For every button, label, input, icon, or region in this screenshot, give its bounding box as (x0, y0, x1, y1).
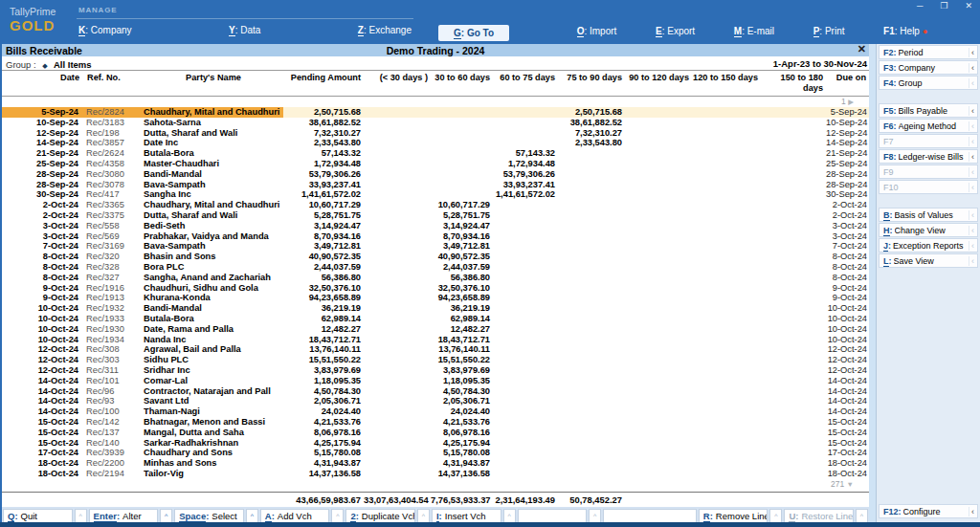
sidebar-button-f5-bills-payable[interactable]: F5:Bills Payable‹ (879, 103, 978, 118)
scroll-up-indicator: 1 ▶ (2, 97, 869, 107)
goto-button[interactable]: G: Go To (438, 25, 509, 41)
cell-d60_75 (493, 107, 558, 118)
table-row[interactable]: 8-Oct-24Rec/327Sangha, Anand and Zachari… (2, 273, 869, 283)
scroll-down-indicator: 271 ▼ (2, 479, 869, 490)
cell-d120_150 (692, 221, 761, 231)
cell-d150_180 (761, 324, 826, 335)
cell-ref: Rec/569 (82, 231, 144, 242)
table-row[interactable]: 3-Oct-24Rec/569Prabhakar, Vaidya and Man… (2, 231, 869, 242)
cell-d150_180 (761, 273, 826, 283)
cell-ref: Rec/3169 (82, 241, 144, 252)
table-row[interactable]: 30-Sep-24Rec/417Sangha Inc1,41,61,572.02… (2, 189, 869, 200)
cell-due: 3-Oct-24 (826, 231, 869, 242)
table-row[interactable]: 14-Oct-24Rec/96Contractor, Natarajan and… (2, 386, 869, 397)
menu-item-exchange[interactable]: Z: Exchange (358, 25, 412, 35)
cell-date: 10-Oct-24 (2, 324, 82, 335)
cell-ref: Rec/1916 (82, 283, 144, 294)
cell-due: 25-Sep-24 (826, 159, 869, 169)
cell-d150_180 (761, 262, 826, 273)
menu-item-e-mail[interactable]: M: E-mail (734, 26, 774, 36)
table-row[interactable]: 8-Oct-24Rec/328Bora PLC2,44,037.592,44,0… (2, 262, 869, 273)
table-row[interactable]: 18-Oct-24Rec/2200Minhas and Sons4,31,943… (2, 458, 869, 469)
cell-d75_90 (558, 273, 625, 283)
sidebar-button-h-change-view[interactable]: H:Change View‹ (879, 223, 978, 237)
table-row[interactable]: 14-Oct-24Rec/101Comar-Lal1,18,095.351,18… (2, 376, 869, 386)
cell-pending: 14,37,136.58 (283, 469, 364, 479)
cell-d150_180 (761, 314, 826, 324)
menu-item-print[interactable]: P: Print (813, 26, 845, 36)
table-row[interactable]: 10-Oct-24Rec/1933Butala-Bora62,989.1462,… (2, 314, 869, 324)
sidebar-button-f6-ageing-method[interactable]: F6:Ageing Method‹ (879, 119, 978, 133)
table-row[interactable]: 28-Sep-24Rec/3078Bava-Sampath33,93,237.4… (2, 180, 869, 190)
table-row[interactable]: 15-Oct-24Rec/137Mangal, Dutta and Saha8,… (2, 428, 869, 438)
top-right-menu-items: O: ImportE: ExportM: E-mailP: PrintF1: H… (509, 0, 980, 44)
cell-lt30 (364, 314, 431, 324)
table-row[interactable]: 8-Oct-24Rec/320Bhasin and Sons40,90,572.… (2, 252, 869, 262)
table-row[interactable]: 15-Oct-24Rec/142Bhatnagar, Menon and Bas… (2, 417, 869, 428)
cell-d120_150 (692, 148, 761, 159)
menu-item-company[interactable]: K: Company (78, 25, 132, 35)
table-row[interactable]: 12-Sep-24Rec/198Dutta, Sharaf and Wali7,… (2, 128, 869, 139)
cell-party: Agrawal, Bail and Palla (144, 344, 283, 355)
sidebar-button-f2-period[interactable]: F2:Period‹ (879, 45, 978, 59)
cell-d120_150 (692, 189, 761, 200)
menu-item-data[interactable]: Y: Data (229, 25, 260, 35)
cell-d30_60: 40,90,572.35 (431, 252, 493, 262)
table-row[interactable]: 9-Oct-24Rec/1916Chaudhuri, Sidhu and Gol… (2, 283, 869, 294)
cell-date: 12-Oct-24 (2, 344, 82, 355)
cell-due: 28-Sep-24 (826, 180, 869, 190)
cell-d90_120 (625, 386, 692, 397)
menu-item-export[interactable]: E: Export (656, 26, 695, 36)
table-row[interactable]: 10-Oct-24Rec/1934Nanda Inc18,43,712.7118… (2, 335, 869, 345)
sidebar-button-f3-company[interactable]: F3:Company‹ (879, 60, 978, 75)
cell-due: 8-Oct-24 (826, 273, 869, 283)
sidebar-button-b-basis-of-values[interactable]: B:Basis of Values‹ (879, 208, 978, 222)
sidebar-button-j-exception-reports[interactable]: J:Exception Reports‹ (879, 238, 978, 253)
table-row[interactable]: 2-Oct-24Rec/3375Dutta, Sharaf and Wali5,… (2, 210, 869, 221)
column-header-150-to-180-days: 150 to 180 days (761, 73, 826, 93)
menu-item-help[interactable]: F1: Help● (883, 26, 927, 36)
cell-date: 10-Oct-24 (2, 335, 82, 345)
sidebar-button-f8-ledger-wise-bills[interactable]: F8:Ledger-wise Bills‹ (879, 149, 978, 164)
menu-item-import[interactable]: O: Import (577, 26, 617, 36)
cell-d120_150 (692, 396, 761, 406)
table-row[interactable]: 12-Oct-24Rec/308Agrawal, Bail and Palla1… (2, 344, 869, 355)
cell-d90_120 (625, 118, 692, 128)
table-row[interactable]: 14-Sep-24Rec/3857Date Inc2,33,543.802,33… (2, 138, 869, 148)
table-row[interactable]: 25-Sep-24Rec/4358Master-Chaudhari1,72,93… (2, 159, 869, 169)
table-row[interactable]: 18-Oct-24Rec/2194Tailor-Vig14,37,136.581… (2, 469, 869, 479)
group-value[interactable]: All Items (54, 59, 92, 70)
table-row[interactable]: 17-Oct-24Rec/3939Chaudhary and Sons5,15,… (2, 448, 869, 458)
total-d90_120 (625, 494, 692, 505)
table-row[interactable]: 28-Sep-24Rec/3080Bandi-Mandal53,79,306.2… (2, 169, 869, 180)
configure-button[interactable]: F12: Configure ‹ (879, 504, 978, 518)
cell-date: 10-Oct-24 (2, 303, 82, 314)
vertical-scrollbar[interactable] (869, 44, 876, 522)
table-row[interactable]: 15-Oct-24Rec/140Sarkar-Radhakrishnan4,25… (2, 438, 869, 449)
table-row[interactable]: 7-Oct-24Rec/3169Bava-Sampath3,49,712.813… (2, 241, 869, 252)
cell-party: Dutta, Sharaf and Wali (144, 210, 283, 221)
close-window-button[interactable]: ✕ (965, 1, 972, 11)
table-row[interactable]: 14-Oct-24Rec/100Thaman-Nagi24,024.4024,0… (2, 406, 869, 417)
table-row[interactable]: 10-Sep-24Rec/3183Sahota-Sarna38,61,882.5… (2, 118, 869, 128)
minimize-button[interactable]: ─ (917, 1, 923, 11)
table-row[interactable]: 3-Oct-24Rec/558Bedi-Seth3,14,924.473,14,… (2, 221, 869, 231)
table-row[interactable]: 14-Oct-24Rec/93Savant Ltd2,05,306.712,05… (2, 396, 869, 406)
maximize-button[interactable]: ❐ (940, 1, 947, 11)
table-row[interactable]: 10-Oct-24Rec/1932Bandi-Mandal36,219.1936… (2, 303, 869, 314)
sidebar-button-f4-group[interactable]: F4:Group‹ (879, 76, 978, 90)
table-row[interactable]: 21-Sep-24Rec/2624Butala-Bora57,143.3257,… (2, 148, 869, 159)
table-row[interactable]: 10-Oct-24Rec/1930Date, Rama and Palla12,… (2, 324, 869, 335)
table-row-selected[interactable]: 5-Sep-24Rec/2824Chaudhary, Mital and Cha… (2, 107, 869, 118)
cell-d75_90 (558, 396, 625, 406)
table-row[interactable]: 9-Oct-24Rec/1913Khurana-Konda94,23,658.8… (2, 293, 869, 303)
table-row[interactable]: 2-Oct-24Rec/3365Chaudhary, Mital and Cha… (2, 200, 869, 210)
cell-d150_180 (761, 283, 826, 294)
table-row[interactable]: 12-Oct-24Rec/311Sridhar Inc3,83,979.693,… (2, 365, 869, 376)
sidebar-button-l-save-view[interactable]: L:Save View‹ (879, 253, 978, 268)
cell-due: 14-Oct-24 (826, 376, 869, 386)
table-row[interactable]: 12-Oct-24Rec/303Sidhu PLC15,51,550.2215,… (2, 355, 869, 365)
cell-lt30 (364, 283, 431, 294)
close-report-icon[interactable]: ✕ (858, 43, 866, 55)
cell-lt30 (364, 469, 431, 479)
